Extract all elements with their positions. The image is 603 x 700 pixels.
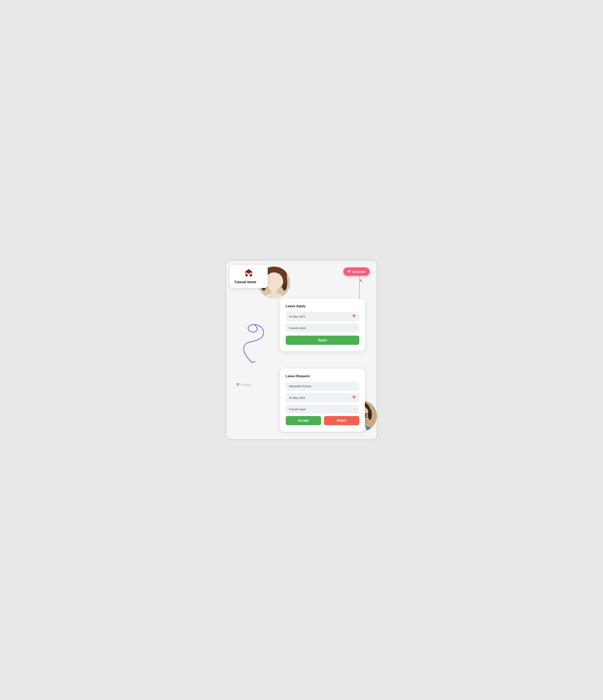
svg-point-13 [282, 275, 287, 291]
house-icon [234, 269, 263, 278]
svg-point-31 [365, 415, 367, 417]
svg-point-16 [276, 280, 278, 282]
accept-button[interactable]: Accept [286, 416, 321, 425]
leave-request-type-field[interactable]: Casual Leave ▼ [286, 405, 359, 414]
leave-apply-date-value: 15 May 2024 [289, 315, 305, 318]
casual-leave-card: Casual leave [230, 265, 268, 288]
svg-point-11 [265, 271, 283, 291]
leave-apply-type-value: Casual Leave [289, 326, 306, 330]
svg-point-5 [249, 275, 250, 275]
casual-leave-title: Casual leave [234, 280, 263, 284]
chevron-down-icon-2: ▼ [354, 408, 356, 410]
svg-marker-0 [245, 269, 253, 272]
svg-rect-2 [248, 273, 250, 276]
generate-button[interactable]: ✳ Generate [343, 268, 370, 276]
leave-request-date-field[interactable]: 15 May 2024 📅 [286, 393, 359, 402]
action-buttons: Accept Reject [286, 416, 359, 425]
chevron-down-icon: ▼ [354, 327, 356, 329]
sparkle-icon: ✳ [348, 269, 351, 274]
main-container: Casual leave ✳ Generate ↖ [226, 260, 377, 440]
calendar-icon: 📅 [352, 315, 356, 318]
apply-button[interactable]: Apply [286, 335, 359, 345]
svg-point-15 [270, 280, 272, 282]
leave-request-title: Leave Request [286, 374, 359, 378]
svg-rect-3 [246, 273, 248, 274]
holidays-label: 📅 Holidays [236, 383, 252, 386]
calendar-icon-2: 📅 [352, 396, 356, 400]
leave-request-date-value: 15 May 2024 [289, 396, 305, 399]
leave-request-card: Leave Request Alexandre Dumas 15 May 202… [280, 369, 365, 432]
leave-apply-title: Leave Apply [286, 304, 359, 308]
leave-request-name-value: Alexandre Dumas [289, 384, 311, 388]
leave-apply-card: Leave Apply 15 May 2024 📅 Casual Leave ▼… [280, 299, 365, 351]
reject-button[interactable]: Reject [324, 416, 359, 425]
leave-apply-date-field[interactable]: 15 May 2024 📅 [286, 312, 359, 321]
calendar-small-icon: 📅 [236, 383, 240, 386]
svg-rect-4 [250, 273, 252, 274]
cursor-icon: ↖ [359, 278, 363, 283]
leave-apply-type-field[interactable]: Casual Leave ▼ [286, 324, 359, 332]
svg-point-23 [368, 409, 372, 420]
leave-request-type-value: Casual Leave [289, 407, 306, 411]
leave-request-name-field[interactable]: Alexandre Dumas [286, 382, 359, 391]
arrow-doodle [232, 323, 272, 368]
